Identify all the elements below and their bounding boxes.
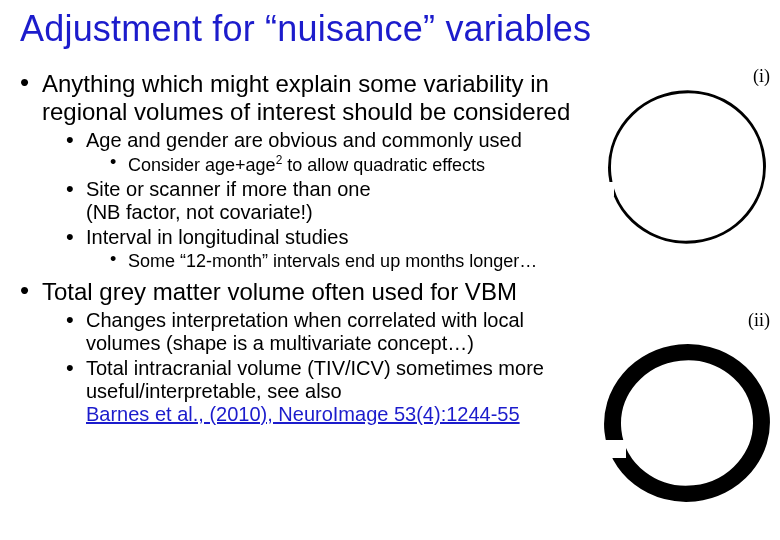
figure-label-ii: (ii) [748,310,770,331]
sub-age-gender: Age and gender are obvious and commonly … [64,129,588,176]
sub-interpretation: Changes interpretation when correlated w… [64,309,588,355]
text-pre: Consider age+age [128,155,276,175]
figure-label-i: (i) [753,66,770,87]
slide-body: Anything which might explain some variab… [18,70,588,432]
bullet-text: Total grey matter volume often used for … [42,278,517,305]
bullet-text: Age and gender are obvious and commonly … [86,129,522,151]
note-text: (NB factor, not covariate!) [86,201,313,223]
figure-thick-circle [604,340,770,506]
figure-panel: (i) (ii) [598,66,774,536]
bullet-text: Anything which might explain some variab… [42,70,570,125]
sub-interval: Interval in longitudinal studies Some “1… [64,226,588,272]
figure-thin-circle [608,88,766,246]
slide-title: Adjustment for “nuisance” variables [20,8,591,50]
sub-interval-note: Some “12-month” intervals end up months … [108,251,588,272]
text-post: to allow quadratic effects [282,155,485,175]
sub-quadratic: Consider age+age2 to allow quadratic eff… [108,154,588,176]
bullet-text: Site or scanner if more than one [86,178,371,200]
bullet-text: Changes interpretation when correlated w… [86,309,524,354]
bullet-variability: Anything which might explain some variab… [18,70,588,272]
sub-tiv: Total intracranial volume (TIV/ICV) some… [64,357,588,426]
bullet-text: Some “12-month” intervals end up months … [128,251,537,271]
slide: Adjustment for “nuisance” variables Anyt… [0,0,780,540]
bullet-text: Interval in longitudinal studies [86,226,348,248]
citation-link[interactable]: Barnes et al., (2010), NeuroImage 53(4):… [86,403,520,425]
text-pre: Total intracranial volume (TIV/ICV) some… [86,357,544,402]
bullet-total-grey: Total grey matter volume often used for … [18,278,588,427]
sub-site-scanner: Site or scanner if more than one (NB fac… [64,178,588,224]
